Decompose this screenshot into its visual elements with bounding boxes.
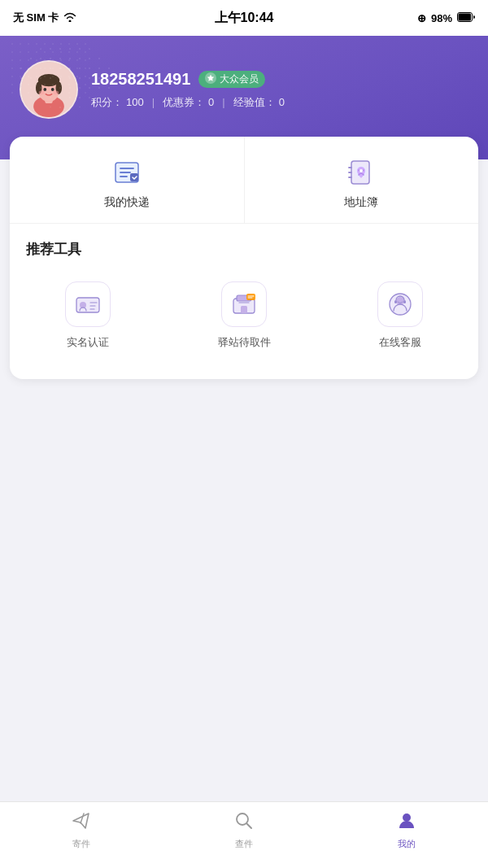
station-pickup-icon-wrap	[221, 281, 267, 327]
profile-row: 18258251491 大众会员 积分： 100 |	[20, 60, 468, 119]
tab-send-label: 寄件	[72, 838, 90, 850]
profile-info: 18258251491 大众会员 积分： 100 |	[91, 70, 468, 110]
status-bar: 无 SIM 卡 上午10:44 ⊕ 98%	[0, 0, 488, 36]
avatar[interactable]	[20, 60, 78, 119]
tool-grid: 实名认证 驿站待取件	[10, 267, 478, 363]
svg-point-5	[38, 77, 59, 102]
address-book-label: 地址簿	[344, 195, 378, 210]
sim-label: 无 SIM 卡	[13, 11, 59, 25]
divider-1: |	[152, 96, 155, 108]
svg-rect-24	[246, 294, 255, 300]
svg-rect-27	[394, 300, 397, 303]
battery-pct: 98%	[431, 12, 452, 24]
svg-point-9	[43, 88, 46, 91]
phone-number: 18258251491	[91, 70, 190, 89]
stat-coupons-value: 0	[208, 96, 214, 108]
svg-point-8	[56, 82, 63, 94]
tab-bar: 寄件 查件 我的	[0, 801, 488, 868]
svg-point-12	[53, 90, 59, 94]
tab-search-label: 查件	[235, 838, 253, 850]
tab-my-label: 我的	[398, 838, 416, 850]
svg-point-11	[39, 90, 46, 94]
svg-rect-23	[241, 306, 247, 313]
quick-actions: 我的快递 地址簿	[10, 137, 478, 224]
online-service-icon-wrap	[377, 281, 423, 327]
my-icon	[396, 810, 417, 835]
id-verify-tool[interactable]: 实名认证	[10, 275, 166, 360]
divider-2: |	[222, 96, 224, 108]
svg-rect-15	[130, 173, 138, 181]
tab-my[interactable]: 我的	[325, 810, 488, 850]
battery-icon	[457, 12, 475, 24]
station-pickup-tool[interactable]: 驿站待取件	[166, 275, 322, 360]
member-badge: 大众会员	[198, 71, 265, 88]
station-pickup-label: 驿站待取件	[218, 335, 271, 350]
svg-point-10	[51, 88, 54, 91]
svg-point-6	[38, 74, 59, 86]
svg-point-18	[359, 169, 363, 172]
page-body: 我的快递 地址簿	[0, 137, 488, 625]
my-express-icon-wrap	[111, 156, 143, 189]
search-icon	[233, 810, 255, 835]
stat-coupons: 优惠券： 0	[163, 95, 214, 110]
svg-rect-4	[45, 96, 52, 103]
stat-points-label: 积分：	[91, 95, 123, 110]
stat-exp: 经验值： 0	[233, 95, 285, 110]
my-express-label: 我的快递	[104, 195, 150, 210]
tab-search[interactable]: 查件	[163, 810, 325, 850]
stat-points: 积分： 100	[91, 95, 144, 110]
address-book-icon-wrap	[345, 156, 377, 189]
tools-section-title: 推荐工具	[10, 224, 478, 267]
stat-coupons-label: 优惠券：	[163, 95, 205, 110]
svg-rect-1	[459, 13, 472, 20]
stat-points-value: 100	[126, 96, 144, 108]
main-card: 我的快递 地址簿	[10, 137, 478, 379]
svg-rect-28	[403, 300, 406, 303]
svg-point-3	[33, 96, 64, 117]
online-service-tool[interactable]: 在线客服	[322, 275, 478, 360]
stats-row: 积分： 100 | 优惠券： 0 | 经验值： 0	[91, 95, 468, 110]
wifi-icon	[63, 12, 76, 24]
status-left: 无 SIM 卡	[13, 11, 76, 25]
stat-exp-value: 0	[279, 96, 285, 108]
tab-send[interactable]: 寄件	[0, 810, 163, 850]
svg-point-30	[403, 813, 411, 822]
online-service-label: 在线客服	[379, 335, 421, 350]
status-right: ⊕ 98%	[417, 12, 475, 24]
id-verify-label: 实名认证	[67, 335, 109, 350]
phone-row: 18258251491 大众会员	[91, 70, 468, 89]
member-badge-icon	[205, 72, 216, 86]
id-verify-icon-wrap	[65, 281, 111, 327]
send-icon	[71, 810, 92, 835]
status-time: 上午10:44	[215, 10, 274, 27]
my-express-action[interactable]: 我的快递	[10, 137, 245, 223]
stat-exp-label: 经验值：	[233, 95, 276, 110]
address-book-action[interactable]: 地址簿	[245, 137, 479, 223]
location-icon: ⊕	[417, 12, 426, 24]
member-badge-label: 大众会员	[220, 72, 259, 86]
svg-point-7	[36, 82, 42, 94]
